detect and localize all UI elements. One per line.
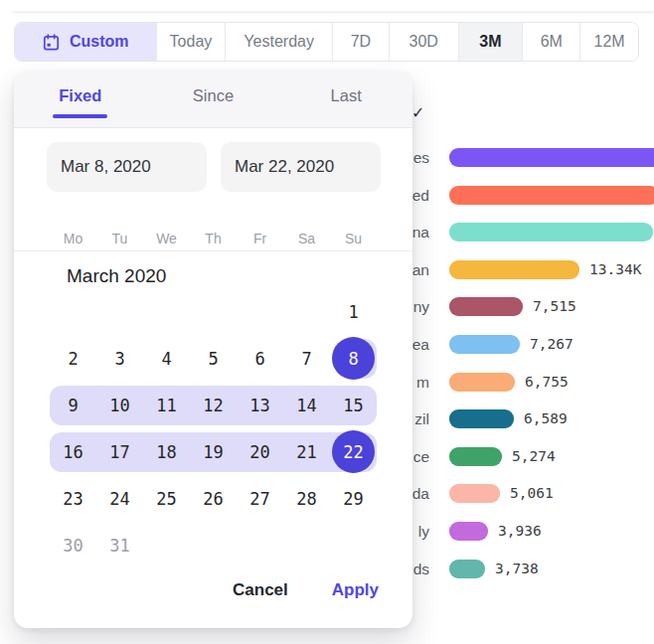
calendar-day[interactable]: 26 <box>190 475 237 522</box>
calendar-row: 9101112131415 <box>50 382 377 428</box>
calendar-row: 1 <box>50 288 377 335</box>
calendar-cell-empty <box>283 522 330 568</box>
bar-value: 6,589 <box>524 409 568 428</box>
calendar-row: 16171819202122 <box>50 428 377 475</box>
calendar-day[interactable]: 23 <box>50 475 96 522</box>
calendar-cell-empty <box>143 522 190 568</box>
divider <box>14 250 412 251</box>
bar-value: 5,061 <box>510 484 554 503</box>
calendar-day[interactable]: 16 <box>50 428 96 475</box>
datepicker-actions: Cancel Apply <box>233 580 379 600</box>
weekday-label: Th <box>190 226 237 251</box>
calendar-day[interactable]: 15 <box>330 382 377 428</box>
calendar-day[interactable]: 24 <box>96 475 143 522</box>
calendar-cell-empty <box>190 288 237 335</box>
country-bar[interactable] <box>449 223 653 242</box>
calendar-day[interactable]: 19 <box>190 428 237 475</box>
toolbar-item-label: Today <box>170 33 213 51</box>
calendar-day-selected[interactable]: 8 <box>330 335 377 382</box>
calendar-day[interactable]: 7 <box>283 335 330 382</box>
calendar-day[interactable]: 9 <box>50 382 96 428</box>
toolbar-item-3m[interactable]: 3M <box>459 23 524 61</box>
bar-value: 3,936 <box>498 522 542 541</box>
bar-value: 5,274 <box>512 447 556 466</box>
calendar-day[interactable]: 11 <box>143 382 190 428</box>
bar-value: 7,515 <box>533 297 576 316</box>
calendar-day-muted: 30 <box>50 522 96 568</box>
calendar-day[interactable]: 18 <box>143 428 190 475</box>
weekday-label: Su <box>330 226 377 251</box>
calendar-day[interactable]: 13 <box>237 382 283 428</box>
tab-since[interactable]: Since <box>147 86 280 105</box>
country-bar[interactable] <box>449 186 654 205</box>
weekday-label: We <box>143 226 190 251</box>
end-date-field[interactable]: Mar 22, 2020 <box>221 142 381 192</box>
calendar-day[interactable]: 20 <box>237 428 283 475</box>
calendar-cell-empty <box>50 288 96 335</box>
weekday-header: MoTuWeThFrSaSu <box>50 226 377 251</box>
date-range-toolbar: CustomTodayYesterday7D30D3M6M12M <box>14 22 639 62</box>
month-title: March 2020 <box>67 263 166 289</box>
country-bar[interactable] <box>449 260 579 279</box>
country-bar[interactable] <box>449 335 520 354</box>
calendar-day[interactable]: 21 <box>283 428 330 475</box>
calendar-cell-empty <box>330 522 377 568</box>
datepicker-tabs: Fixed Since Last <box>14 72 412 128</box>
country-bar[interactable] <box>449 484 500 503</box>
datepicker-popover: Fixed Since Last Mar 8, 2020 Mar 22, 202… <box>14 72 412 628</box>
toolbar-item-label: 3M <box>479 33 501 51</box>
selected-day-circle: 22 <box>332 430 375 473</box>
calendar-day[interactable]: 14 <box>283 382 330 428</box>
calendar-row: 3031 <box>50 522 377 568</box>
calendar-day[interactable]: 6 <box>237 335 283 382</box>
cancel-button[interactable]: Cancel <box>233 580 288 600</box>
country-bar[interactable] <box>449 148 654 167</box>
toolbar-item-7d[interactable]: 7D <box>333 23 390 61</box>
tab-last[interactable]: Last <box>279 86 412 105</box>
bar-value: 6,755 <box>525 373 569 392</box>
country-bar[interactable] <box>449 373 515 392</box>
toolbar-item-custom[interactable]: Custom <box>15 23 157 61</box>
selected-day-circle: 8 <box>332 337 375 380</box>
calendar-icon <box>42 33 61 52</box>
toolbar-item-yesterday[interactable]: Yesterday <box>226 23 333 61</box>
top-card-edge <box>12 0 654 11</box>
weekday-label: Sa <box>283 226 330 251</box>
toolbar-item-30d[interactable]: 30D <box>390 23 459 61</box>
weekday-label: Fr <box>237 226 283 251</box>
country-bar[interactable] <box>449 522 488 541</box>
calendar-day[interactable]: 5 <box>190 335 237 382</box>
calendar-day[interactable]: 3 <box>96 335 143 382</box>
calendar-day[interactable]: 28 <box>283 475 330 522</box>
calendar-day[interactable]: 10 <box>96 382 143 428</box>
calendar-row: 2345678 <box>50 335 377 382</box>
tab-fixed[interactable]: Fixed <box>14 86 147 105</box>
weekday-label: Mo <box>50 226 96 251</box>
country-bar[interactable] <box>449 297 523 316</box>
calendar-day[interactable]: 4 <box>143 335 190 382</box>
calendar-day[interactable]: 12 <box>190 382 237 428</box>
calendar-grid: 1234567891011121314151617181920212223242… <box>50 288 377 568</box>
calendar-row: 23242526272829 <box>50 475 377 522</box>
apply-button[interactable]: Apply <box>332 580 379 600</box>
checkmark-icon: ✓ <box>411 103 424 122</box>
calendar-day-muted: 31 <box>96 522 143 568</box>
toolbar-item-6m[interactable]: 6M <box>523 23 580 61</box>
calendar-day[interactable]: 27 <box>237 475 283 522</box>
calendar-day[interactable]: 1 <box>330 288 377 335</box>
calendar-day[interactable]: 17 <box>96 428 143 475</box>
toolbar-item-12m[interactable]: 12M <box>580 23 638 61</box>
start-date-field[interactable]: Mar 8, 2020 <box>47 142 207 192</box>
calendar-day-selected[interactable]: 22 <box>330 428 377 475</box>
calendar-day[interactable]: 2 <box>50 335 96 382</box>
weekday-label: Tu <box>96 226 143 251</box>
calendar-day[interactable]: 25 <box>143 475 190 522</box>
toolbar-item-today[interactable]: Today <box>157 23 227 61</box>
country-bar[interactable] <box>449 560 485 578</box>
toolbar-item-label: Yesterday <box>244 33 314 51</box>
country-bar[interactable] <box>449 409 514 428</box>
dashboard-screen: CustomTodayYesterday7D30D3M6M12M esednaa… <box>0 0 654 644</box>
country-bar[interactable] <box>449 447 502 466</box>
toolbar-item-label: Custom <box>70 33 129 51</box>
calendar-day[interactable]: 29 <box>330 475 377 522</box>
